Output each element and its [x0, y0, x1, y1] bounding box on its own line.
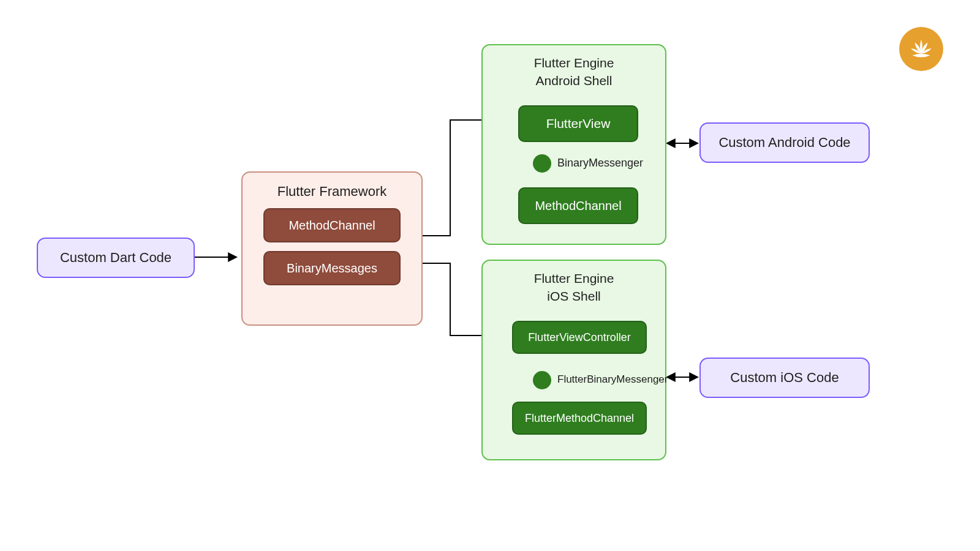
node-label: Custom iOS Code — [730, 370, 839, 386]
container-title: Flutter Framework — [243, 184, 421, 200]
dot-binarymessenger — [533, 154, 551, 173]
container-title-line2: Android Shell — [483, 72, 665, 89]
pill-label: FlutterView — [546, 116, 611, 131]
container-title-line2: iOS Shell — [483, 287, 665, 305]
pill-flutterviewcontroller: FlutterViewController — [512, 321, 647, 354]
pill-label: FlutterViewController — [528, 331, 631, 344]
node-custom-android-code: Custom Android Code — [699, 122, 870, 163]
pill-binarymessages: BinaryMessages — [263, 251, 401, 285]
lotus-logo-icon — [899, 27, 943, 71]
pill-methodchannel: MethodChannel — [263, 208, 401, 242]
pill-fluttermethodchannel: FlutterMethodChannel — [512, 402, 647, 435]
pill-label: MethodChannel — [288, 219, 375, 233]
node-label: Custom Android Code — [718, 135, 850, 151]
pill-label: FlutterMethodChannel — [525, 412, 634, 425]
container-title-line1: Flutter Engine — [483, 54, 665, 72]
pill-label: MethodChannel — [535, 199, 621, 213]
container-flutter-framework: Flutter Framework MethodChannel BinaryMe… — [241, 171, 423, 326]
pill-flutterview: FlutterView — [518, 105, 638, 142]
dot-label-binarymessenger: BinaryMessenger — [557, 157, 643, 170]
container-engine-ios: Flutter Engine iOS Shell FlutterViewCont… — [481, 260, 666, 460]
container-title-line1: Flutter Engine — [483, 269, 665, 287]
pill-methodchannel-android: MethodChannel — [518, 187, 638, 224]
pill-label: BinaryMessages — [287, 261, 377, 276]
node-label: Custom Dart Code — [60, 250, 172, 266]
node-custom-dart-code: Custom Dart Code — [37, 238, 195, 278]
dot-label-flutterbinarymessenger: FlutterBinaryMessenger — [557, 373, 668, 386]
container-engine-android: Flutter Engine Android Shell FlutterView… — [481, 44, 666, 245]
node-custom-ios-code: Custom iOS Code — [699, 358, 870, 398]
dot-flutterbinarymessenger — [533, 371, 551, 389]
